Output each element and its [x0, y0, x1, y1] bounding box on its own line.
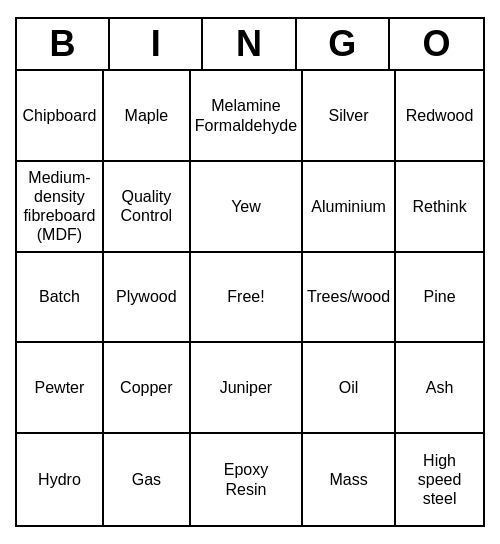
header-letter-B: B — [17, 19, 110, 69]
cell-text: Melamine Formaldehyde — [195, 96, 297, 134]
cell-text: Juniper — [220, 378, 272, 397]
cell-text: Batch — [39, 287, 80, 306]
bingo-card: BINGO ChipboardMapleMelamine Formaldehyd… — [15, 17, 485, 527]
bingo-cell: Trees/wood — [303, 253, 396, 344]
cell-text: Copper — [120, 378, 172, 397]
bingo-cell: Epoxy Resin — [191, 434, 303, 525]
bingo-cell: Aluminium — [303, 162, 396, 253]
cell-text: Gas — [132, 470, 161, 489]
cell-text: Ash — [426, 378, 454, 397]
bingo-grid: ChipboardMapleMelamine FormaldehydeSilve… — [17, 71, 483, 525]
bingo-cell: Hydro — [17, 434, 104, 525]
cell-text: Quality Control — [121, 187, 173, 225]
bingo-cell: Plywood — [104, 253, 191, 344]
bingo-cell: Quality Control — [104, 162, 191, 253]
cell-text: Pine — [424, 287, 456, 306]
bingo-cell: Pewter — [17, 343, 104, 434]
cell-text: Redwood — [406, 106, 474, 125]
cell-text: Silver — [329, 106, 369, 125]
bingo-cell: Melamine Formaldehyde — [191, 71, 303, 162]
bingo-cell: Yew — [191, 162, 303, 253]
bingo-cell: Chipboard — [17, 71, 104, 162]
bingo-cell: Free! — [191, 253, 303, 344]
bingo-cell: Maple — [104, 71, 191, 162]
cell-text: Oil — [339, 378, 359, 397]
cell-text: Mass — [329, 470, 367, 489]
cell-text: Free! — [227, 287, 264, 306]
bingo-cell: Ash — [396, 343, 483, 434]
cell-text: Hydro — [38, 470, 81, 489]
header-letter-I: I — [110, 19, 203, 69]
bingo-cell: Medium- density fibreboard (MDF) — [17, 162, 104, 253]
cell-text: Maple — [125, 106, 169, 125]
cell-text: Plywood — [116, 287, 176, 306]
header-letter-G: G — [297, 19, 390, 69]
bingo-cell: Redwood — [396, 71, 483, 162]
bingo-cell: Mass — [303, 434, 396, 525]
cell-text: High speed steel — [418, 451, 462, 509]
cell-text: Pewter — [35, 378, 85, 397]
cell-text: Rethink — [412, 197, 466, 216]
cell-text: Trees/wood — [307, 287, 390, 306]
bingo-header: BINGO — [17, 19, 483, 71]
cell-text: Aluminium — [311, 197, 386, 216]
bingo-cell: Juniper — [191, 343, 303, 434]
bingo-cell: Silver — [303, 71, 396, 162]
bingo-cell: Copper — [104, 343, 191, 434]
cell-text: Epoxy Resin — [224, 460, 268, 498]
bingo-cell: High speed steel — [396, 434, 483, 525]
header-letter-O: O — [390, 19, 483, 69]
bingo-cell: Pine — [396, 253, 483, 344]
cell-text: Yew — [231, 197, 261, 216]
bingo-cell: Oil — [303, 343, 396, 434]
bingo-cell: Rethink — [396, 162, 483, 253]
cell-text: Medium- density fibreboard (MDF) — [23, 168, 95, 245]
header-letter-N: N — [203, 19, 296, 69]
bingo-cell: Gas — [104, 434, 191, 525]
cell-text: Chipboard — [23, 106, 97, 125]
bingo-cell: Batch — [17, 253, 104, 344]
